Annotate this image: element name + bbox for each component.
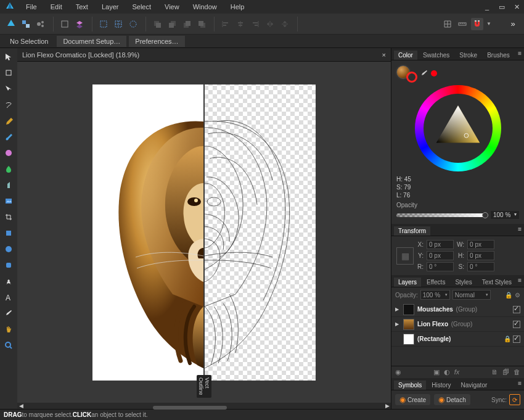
menu-help[interactable]: Help bbox=[227, 2, 248, 12]
marquee-oval-icon[interactable] bbox=[127, 18, 139, 30]
color-wheel[interactable] bbox=[415, 85, 501, 171]
document-tab-title[interactable]: Lion Flexo Cromatico [Locked] (18.9%) bbox=[22, 51, 139, 59]
split-view-handle[interactable]: Vect Outline bbox=[197, 375, 211, 398]
menu-select[interactable]: Select bbox=[128, 2, 155, 12]
tab-stroke[interactable]: Stroke bbox=[455, 51, 481, 60]
canvas-viewport[interactable]: Vect Outline bbox=[17, 62, 391, 403]
tf-r-field[interactable] bbox=[427, 262, 454, 271]
layer-expand-icon[interactable]: ▶ bbox=[395, 307, 400, 312]
layer-adjust-icon[interactable]: ◐ bbox=[444, 368, 450, 376]
window-minimize-button[interactable]: _ bbox=[483, 3, 491, 10]
place-image-tool-icon[interactable] bbox=[2, 195, 15, 207]
layer-row[interactable]: ▶Moustaches (Group) bbox=[391, 302, 524, 317]
persona-export-icon[interactable] bbox=[35, 18, 47, 30]
hscroll-left-button[interactable]: ◀ bbox=[17, 403, 25, 409]
layer-row[interactable]: (Rectangle) 🔒 bbox=[391, 332, 524, 347]
hscroll-right-button[interactable]: ▶ bbox=[383, 403, 391, 409]
grid-toggle-icon[interactable] bbox=[441, 18, 454, 30]
shape-ellipse-tool-icon[interactable] bbox=[2, 243, 15, 255]
layer-row[interactable]: ▶Lion Flexo (Group) bbox=[391, 317, 524, 332]
layer-delete-icon[interactable]: 🗑 bbox=[514, 368, 520, 376]
menu-window[interactable]: Window bbox=[189, 2, 221, 12]
symbol-sync-toggle[interactable]: ⟳ bbox=[509, 394, 520, 405]
layer-visibility-checkbox[interactable] bbox=[513, 321, 520, 328]
zoom-tool-icon[interactable] bbox=[2, 339, 15, 352]
layer-expand-icon[interactable]: ▶ bbox=[395, 321, 400, 327]
fold-icon[interactable] bbox=[59, 18, 71, 30]
move-tool-icon[interactable] bbox=[2, 51, 15, 63]
menu-file[interactable]: File bbox=[22, 2, 41, 12]
artistic-text-tool-icon[interactable]: A bbox=[2, 291, 15, 303]
menu-view[interactable]: View bbox=[161, 2, 183, 12]
layer-add-page-icon[interactable]: 🗎 bbox=[491, 368, 498, 376]
opacity-value-field[interactable]: 100 %▾ bbox=[491, 211, 519, 219]
artboard-tool-icon[interactable] bbox=[2, 67, 15, 79]
symbol-detach-button[interactable]: ◉Detach bbox=[434, 394, 470, 405]
transform-panel-menu-icon[interactable]: ≡ bbox=[518, 226, 522, 233]
document-tab-close-button[interactable]: × bbox=[382, 51, 386, 59]
align-center-icon[interactable] bbox=[234, 18, 247, 30]
opacity-slider-thumb[interactable] bbox=[482, 212, 488, 218]
color-panel-menu-icon[interactable]: ≡ bbox=[518, 50, 522, 57]
tab-navigator[interactable]: Navigator bbox=[456, 381, 491, 390]
pen-tool-icon[interactable] bbox=[2, 115, 15, 127]
color-picker-eyedropper-icon[interactable] bbox=[420, 69, 428, 78]
document-setup-button[interactable]: Document Setup… bbox=[57, 36, 126, 47]
shape-star-tool-icon[interactable] bbox=[2, 275, 15, 287]
tab-history[interactable]: History bbox=[427, 381, 455, 390]
arrange-backward-icon[interactable] bbox=[166, 18, 178, 30]
tf-s-field[interactable] bbox=[467, 262, 494, 271]
layer-opacity-field[interactable]: 100 %▾ bbox=[420, 290, 450, 300]
tf-x-field[interactable] bbox=[427, 240, 454, 249]
node-tool-icon[interactable] bbox=[2, 83, 15, 95]
persona-pixel-icon[interactable] bbox=[20, 18, 32, 30]
arrange-front-icon[interactable] bbox=[195, 18, 208, 30]
shape-rounded-tool-icon[interactable] bbox=[2, 259, 15, 271]
window-maximize-button[interactable]: ▭ bbox=[498, 3, 506, 11]
arrange-back-icon[interactable] bbox=[151, 18, 163, 30]
tab-brushes[interactable]: Brushes bbox=[483, 51, 514, 60]
arrange-forward-icon[interactable] bbox=[181, 18, 193, 30]
tf-w-field[interactable] bbox=[467, 240, 494, 249]
lasso-tool-icon[interactable] bbox=[2, 99, 15, 111]
layers-lock-icon[interactable]: 🔒 bbox=[505, 292, 512, 299]
persona-designer-icon[interactable] bbox=[5, 18, 17, 30]
tf-h-field[interactable] bbox=[467, 251, 494, 260]
tab-swatches[interactable]: Swatches bbox=[419, 51, 454, 60]
crop-tool-icon[interactable] bbox=[2, 211, 15, 223]
layer-visibility-checkbox[interactable] bbox=[513, 306, 520, 313]
artboard-rendered[interactable] bbox=[92, 84, 203, 381]
tab-transform[interactable]: Transform bbox=[394, 226, 430, 236]
menu-layer[interactable]: Layer bbox=[98, 2, 123, 12]
layers-stack-icon[interactable] bbox=[73, 18, 86, 30]
align-left-icon[interactable] bbox=[219, 18, 232, 30]
rulers-icon[interactable] bbox=[456, 18, 469, 30]
preferences-button[interactable]: Preferences… bbox=[129, 36, 184, 47]
tab-effects[interactable]: Effects bbox=[422, 278, 449, 287]
snap-options-dropdown-icon[interactable]: ▼ bbox=[486, 18, 492, 30]
layer-mask-icon[interactable]: ▣ bbox=[433, 368, 440, 376]
tab-text-styles[interactable]: Text Styles bbox=[478, 278, 516, 287]
layers-panel-menu-icon[interactable]: ≡ bbox=[518, 277, 522, 284]
smudge-tool-icon[interactable] bbox=[2, 163, 15, 175]
fill-tool-icon[interactable] bbox=[2, 147, 15, 159]
flip-horizontal-icon[interactable] bbox=[264, 18, 276, 30]
brush-tool-icon[interactable] bbox=[2, 131, 15, 143]
tab-symbols[interactable]: Symbols bbox=[394, 381, 426, 390]
window-close-button[interactable]: ✕ bbox=[513, 3, 520, 11]
opacity-slider[interactable] bbox=[396, 213, 487, 217]
menu-text[interactable]: Text bbox=[72, 2, 92, 12]
layer-lock-icon[interactable]: 🔒 bbox=[504, 336, 510, 342]
tab-styles[interactable]: Styles bbox=[451, 278, 476, 287]
flip-vertical-icon[interactable] bbox=[279, 18, 291, 30]
artboard-outline[interactable] bbox=[205, 84, 316, 381]
layers-reveal-icon[interactable]: ◉ bbox=[395, 368, 401, 376]
marquee-rect-icon[interactable] bbox=[97, 18, 110, 30]
layer-fx-icon[interactable]: fx bbox=[454, 368, 460, 376]
tab-color[interactable]: Color bbox=[394, 51, 417, 60]
symbols-panel-menu-icon[interactable]: ≡ bbox=[518, 380, 522, 387]
hscroll-thumb[interactable] bbox=[153, 406, 227, 410]
layer-duplicate-icon[interactable]: 🗐 bbox=[502, 368, 509, 376]
snapping-magnet-icon[interactable] bbox=[471, 18, 483, 30]
eyedropper-tool-icon[interactable] bbox=[2, 307, 15, 319]
